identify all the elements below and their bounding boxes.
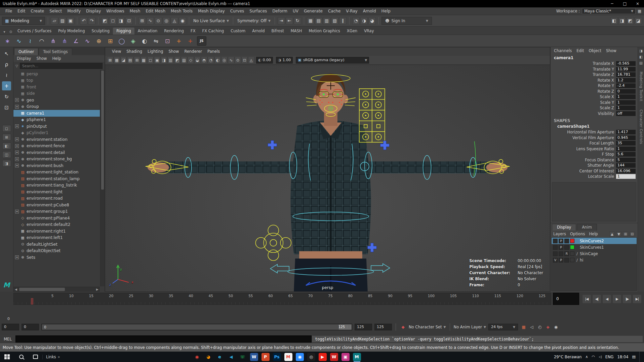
create-empty-layer-icon[interactable]: ⊞ (623, 232, 628, 236)
app-zoom[interactable]: ◉ (296, 353, 304, 361)
cached-playback-toggle-icon[interactable]: ▦ (520, 324, 527, 330)
fps-dropdown[interactable]: 24 fps ▼ (488, 324, 518, 330)
attribute-value-field[interactable]: 1 (616, 147, 636, 151)
wireframe-mode-icon[interactable]: ◇ (188, 56, 194, 64)
attribute-label[interactable]: Vertical Film Aperture (572, 135, 614, 140)
resolution-gate-icon[interactable]: ▣ (154, 56, 160, 64)
save-scene-icon[interactable]: ▣ (67, 17, 74, 25)
app-gmail[interactable]: M (284, 353, 292, 361)
outliner-item[interactable]: + ⊕ environment:bush (13, 162, 100, 169)
expand-toggle-icon[interactable] (15, 111, 19, 115)
app-photoshop[interactable]: Ps (273, 353, 281, 361)
open-scene-icon[interactable]: ▨ (59, 17, 66, 25)
attribute-value-field[interactable]: 11.99 (616, 67, 636, 72)
outliner-item[interactable]: ▨ environment:station_lamp (13, 175, 100, 182)
lock-camera-icon[interactable]: ⊠ (107, 56, 113, 64)
expand-toggle-icon[interactable] (15, 177, 19, 180)
image-plane-icon[interactable]: ▤ (127, 56, 133, 64)
select-component-mode-icon[interactable]: ◨ (117, 17, 125, 25)
motion-blur-icon[interactable]: ∿ (228, 56, 234, 64)
menu-item[interactable]: Mesh Display (195, 9, 228, 13)
layer-row[interactable]: P SkinCurves1 (552, 244, 637, 250)
snap-to-view-planes-icon[interactable]: ◬ (171, 17, 178, 25)
screen-space-ao-icon[interactable]: ◎ (221, 56, 228, 64)
keying-group-icon[interactable]: ◆ (400, 324, 406, 330)
layer-visibility-toggle[interactable] (553, 239, 558, 243)
panel-tab[interactable]: Tool Settings (39, 48, 72, 55)
sign-in-dropdown[interactable]: ☻ Sign In ▼ (381, 17, 432, 25)
menu-item[interactable]: Cache (325, 9, 343, 13)
layer-editor-tab[interactable]: Display (552, 224, 576, 231)
outliner-item[interactable]: ◇ environment:pPlane4 (13, 215, 100, 222)
hidden-icons-chevron[interactable]: ∧ (586, 355, 588, 359)
rotate-tool[interactable]: ↻ (2, 92, 11, 101)
layer-color-swatch[interactable] (570, 239, 574, 243)
scale-tool[interactable]: ⊡ (2, 103, 11, 112)
layer-display-type-toggle[interactable] (564, 245, 569, 250)
attribute-value-field[interactable]: 16.096 (616, 169, 636, 173)
layer-row[interactable]: V P ∕ hi (552, 257, 637, 263)
render-settings-icon[interactable]: ◕ (368, 17, 376, 25)
attribute-label[interactable]: Scale Y (600, 100, 614, 105)
layer-visibility-toggle[interactable] (553, 251, 558, 256)
viewport-menu-item[interactable]: Show (166, 49, 182, 54)
attribute-label[interactable]: Translate Y (593, 67, 614, 72)
expand-toggle-icon[interactable]: + (15, 255, 19, 259)
tool-settings-toggle-icon[interactable]: ◧ (639, 55, 643, 59)
attribute-value-field[interactable]: 1 (616, 174, 636, 179)
outliner-menu-item[interactable]: Show (36, 56, 47, 61)
outliner-item[interactable]: + ⊕ environment:fence (13, 143, 100, 150)
shelf-tab[interactable]: Rigging (113, 28, 134, 35)
shelf-tab[interactable]: Animation (134, 28, 161, 35)
expand-toggle-icon[interactable]: + (15, 144, 19, 148)
play-backwards-button[interactable]: ◀ (602, 294, 611, 304)
command-input[interactable] (15, 335, 312, 343)
animation-start-field[interactable]: 0 (2, 324, 19, 330)
layer-editor-tab[interactable]: Anim (577, 224, 597, 231)
custom-plus-1[interactable]: + (174, 36, 184, 46)
exposure-field[interactable]: ◐ 0.00 (256, 57, 273, 64)
outliner-item[interactable]: ◇ environment:default2 (13, 222, 100, 228)
animation-end-field[interactable]: 125 (374, 324, 392, 330)
minimize-button[interactable]: ─ (606, 0, 618, 7)
construction-history-icon[interactable]: ↻ (294, 17, 301, 25)
language-indicator[interactable]: ENG (605, 355, 614, 359)
create-joints-icon[interactable]: ⋔ (48, 36, 58, 46)
layer-color-swatch[interactable] (570, 245, 574, 249)
expand-toggle-icon[interactable] (15, 197, 19, 200)
attribute-label[interactable]: Rotate X (598, 78, 614, 83)
viewport-menu-item[interactable]: Renderer (182, 49, 205, 54)
auto-keyframe-toggle-icon[interactable]: ◈ (545, 324, 551, 330)
lasso-tool[interactable]: ρ (2, 60, 11, 69)
anim-layer-dropdown[interactable]: No Anim Layer ▼ (454, 325, 486, 329)
layer-display-type-toggle[interactable] (564, 258, 569, 263)
expand-toggle-icon[interactable] (15, 236, 19, 240)
channel-box-menu-item[interactable]: Edit (576, 48, 584, 53)
snap-to-projected-center-icon[interactable]: ◎ (163, 17, 170, 25)
outliner-item[interactable]: ▨ environment:light (13, 189, 100, 195)
render-current-frame-icon[interactable]: ◔ (352, 17, 360, 25)
channel-box-menu-item[interactable]: Show (606, 48, 616, 53)
shelf-tab[interactable]: Arnold (249, 28, 268, 35)
attribute-value-field[interactable]: 5 (616, 158, 636, 162)
layer-display-type-toggle[interactable] (564, 239, 569, 243)
expand-toggle-icon[interactable] (15, 242, 19, 246)
pause-viewport-icon[interactable]: ‖ (339, 17, 347, 25)
outliner-item[interactable]: + ⊕ Group (13, 104, 100, 110)
filter-icon[interactable]: ▽ (15, 64, 18, 68)
volume-icon[interactable]: ◁ (599, 355, 601, 359)
shelf-tab[interactable]: Bifrost (268, 28, 287, 35)
layer-visibility-toggle[interactable] (553, 245, 558, 250)
menu-item[interactable]: Select (47, 9, 65, 13)
shelf-tab[interactable]: Sculpting (88, 28, 113, 35)
attribute-label[interactable]: Scale X (600, 94, 614, 99)
move-tool[interactable]: + (2, 81, 11, 90)
menu-item[interactable]: Mesh (127, 9, 143, 13)
outliner-item[interactable]: + ∗ pinOutput (13, 123, 100, 130)
app-word[interactable]: W (250, 353, 258, 361)
film-gate-icon[interactable]: ◻ (147, 56, 154, 64)
menu-item[interactable]: V-Ray (343, 9, 360, 13)
select-object-mode-icon[interactable]: ◻ (109, 17, 117, 25)
menu-item[interactable]: Curves (228, 9, 247, 13)
outliner-item[interactable]: ⊙ defaultObjectSet (13, 248, 100, 254)
